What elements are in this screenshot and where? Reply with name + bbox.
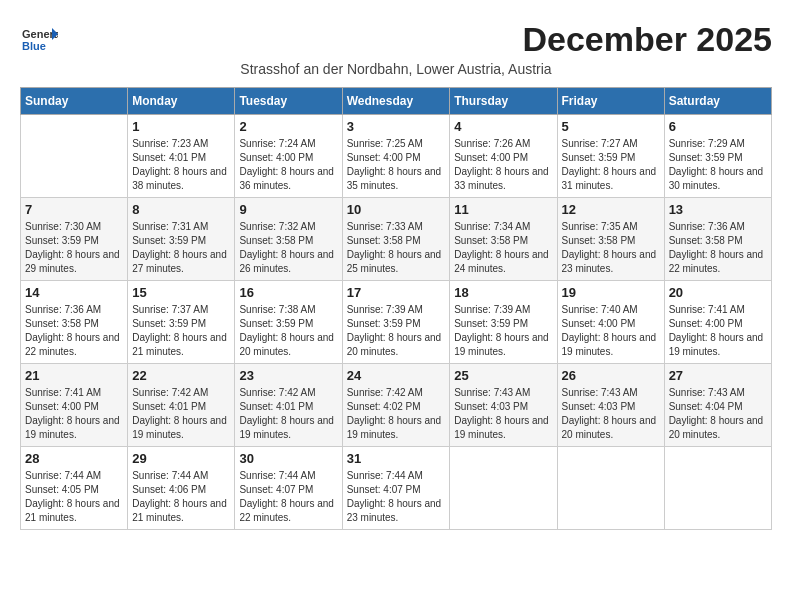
calendar-cell: 24 Sunrise: 7:42 AMSunset: 4:02 PMDaylig… (342, 364, 450, 447)
day-number: 5 (562, 119, 660, 134)
day-number: 4 (454, 119, 552, 134)
calendar-cell: 31 Sunrise: 7:44 AMSunset: 4:07 PMDaylig… (342, 447, 450, 530)
calendar-cell: 19 Sunrise: 7:40 AMSunset: 4:00 PMDaylig… (557, 281, 664, 364)
day-info: Sunrise: 7:44 AMSunset: 4:07 PMDaylight:… (347, 469, 446, 525)
calendar-cell: 5 Sunrise: 7:27 AMSunset: 3:59 PMDayligh… (557, 115, 664, 198)
calendar-cell: 28 Sunrise: 7:44 AMSunset: 4:05 PMDaylig… (21, 447, 128, 530)
calendar-cell: 18 Sunrise: 7:39 AMSunset: 3:59 PMDaylig… (450, 281, 557, 364)
calendar-table: Sunday Monday Tuesday Wednesday Thursday… (20, 87, 772, 530)
calendar-cell: 26 Sunrise: 7:43 AMSunset: 4:03 PMDaylig… (557, 364, 664, 447)
day-info: Sunrise: 7:42 AMSunset: 4:01 PMDaylight:… (132, 386, 230, 442)
day-info: Sunrise: 7:43 AMSunset: 4:03 PMDaylight:… (454, 386, 552, 442)
day-info: Sunrise: 7:25 AMSunset: 4:00 PMDaylight:… (347, 137, 446, 193)
day-number: 19 (562, 285, 660, 300)
day-info: Sunrise: 7:24 AMSunset: 4:00 PMDaylight:… (239, 137, 337, 193)
day-number: 17 (347, 285, 446, 300)
col-thursday: Thursday (450, 88, 557, 115)
day-number: 12 (562, 202, 660, 217)
calendar-cell: 7 Sunrise: 7:30 AMSunset: 3:59 PMDayligh… (21, 198, 128, 281)
calendar-cell: 9 Sunrise: 7:32 AMSunset: 3:58 PMDayligh… (235, 198, 342, 281)
logo: General Blue (20, 20, 58, 58)
calendar-cell (664, 447, 771, 530)
calendar-cell: 29 Sunrise: 7:44 AMSunset: 4:06 PMDaylig… (128, 447, 235, 530)
day-info: Sunrise: 7:23 AMSunset: 4:01 PMDaylight:… (132, 137, 230, 193)
calendar-cell: 30 Sunrise: 7:44 AMSunset: 4:07 PMDaylig… (235, 447, 342, 530)
day-info: Sunrise: 7:41 AMSunset: 4:00 PMDaylight:… (669, 303, 767, 359)
col-tuesday: Tuesday (235, 88, 342, 115)
day-number: 7 (25, 202, 123, 217)
month-title: December 2025 (522, 20, 772, 59)
svg-text:Blue: Blue (22, 40, 46, 52)
calendar-cell: 21 Sunrise: 7:41 AMSunset: 4:00 PMDaylig… (21, 364, 128, 447)
calendar-cell: 14 Sunrise: 7:36 AMSunset: 3:58 PMDaylig… (21, 281, 128, 364)
calendar-cell: 23 Sunrise: 7:42 AMSunset: 4:01 PMDaylig… (235, 364, 342, 447)
col-wednesday: Wednesday (342, 88, 450, 115)
calendar-cell: 8 Sunrise: 7:31 AMSunset: 3:59 PMDayligh… (128, 198, 235, 281)
calendar-cell: 10 Sunrise: 7:33 AMSunset: 3:58 PMDaylig… (342, 198, 450, 281)
day-number: 13 (669, 202, 767, 217)
day-number: 16 (239, 285, 337, 300)
calendar-cell: 4 Sunrise: 7:26 AMSunset: 4:00 PMDayligh… (450, 115, 557, 198)
logo-icon: General Blue (20, 20, 58, 58)
day-info: Sunrise: 7:43 AMSunset: 4:04 PMDaylight:… (669, 386, 767, 442)
day-info: Sunrise: 7:42 AMSunset: 4:01 PMDaylight:… (239, 386, 337, 442)
calendar-cell: 16 Sunrise: 7:38 AMSunset: 3:59 PMDaylig… (235, 281, 342, 364)
day-number: 28 (25, 451, 123, 466)
calendar-cell: 15 Sunrise: 7:37 AMSunset: 3:59 PMDaylig… (128, 281, 235, 364)
day-info: Sunrise: 7:40 AMSunset: 4:00 PMDaylight:… (562, 303, 660, 359)
calendar-cell: 3 Sunrise: 7:25 AMSunset: 4:00 PMDayligh… (342, 115, 450, 198)
day-number: 9 (239, 202, 337, 217)
day-info: Sunrise: 7:30 AMSunset: 3:59 PMDaylight:… (25, 220, 123, 276)
day-number: 10 (347, 202, 446, 217)
day-info: Sunrise: 7:27 AMSunset: 3:59 PMDaylight:… (562, 137, 660, 193)
col-saturday: Saturday (664, 88, 771, 115)
day-info: Sunrise: 7:44 AMSunset: 4:06 PMDaylight:… (132, 469, 230, 525)
calendar-cell: 27 Sunrise: 7:43 AMSunset: 4:04 PMDaylig… (664, 364, 771, 447)
day-info: Sunrise: 7:44 AMSunset: 4:07 PMDaylight:… (239, 469, 337, 525)
day-info: Sunrise: 7:26 AMSunset: 4:00 PMDaylight:… (454, 137, 552, 193)
day-info: Sunrise: 7:31 AMSunset: 3:59 PMDaylight:… (132, 220, 230, 276)
day-info: Sunrise: 7:34 AMSunset: 3:58 PMDaylight:… (454, 220, 552, 276)
day-info: Sunrise: 7:35 AMSunset: 3:58 PMDaylight:… (562, 220, 660, 276)
calendar-cell: 2 Sunrise: 7:24 AMSunset: 4:00 PMDayligh… (235, 115, 342, 198)
calendar-cell: 11 Sunrise: 7:34 AMSunset: 3:58 PMDaylig… (450, 198, 557, 281)
day-number: 20 (669, 285, 767, 300)
day-number: 14 (25, 285, 123, 300)
day-info: Sunrise: 7:37 AMSunset: 3:59 PMDaylight:… (132, 303, 230, 359)
day-number: 18 (454, 285, 552, 300)
calendar-cell (557, 447, 664, 530)
day-info: Sunrise: 7:36 AMSunset: 3:58 PMDaylight:… (25, 303, 123, 359)
day-number: 27 (669, 368, 767, 383)
day-info: Sunrise: 7:36 AMSunset: 3:58 PMDaylight:… (669, 220, 767, 276)
day-info: Sunrise: 7:43 AMSunset: 4:03 PMDaylight:… (562, 386, 660, 442)
day-number: 29 (132, 451, 230, 466)
calendar-cell: 22 Sunrise: 7:42 AMSunset: 4:01 PMDaylig… (128, 364, 235, 447)
day-number: 15 (132, 285, 230, 300)
day-number: 6 (669, 119, 767, 134)
day-number: 2 (239, 119, 337, 134)
location-subtitle: Strasshof an der Nordbahn, Lower Austria… (20, 61, 772, 77)
day-number: 22 (132, 368, 230, 383)
calendar-cell: 1 Sunrise: 7:23 AMSunset: 4:01 PMDayligh… (128, 115, 235, 198)
day-number: 31 (347, 451, 446, 466)
day-info: Sunrise: 7:39 AMSunset: 3:59 PMDaylight:… (454, 303, 552, 359)
day-number: 26 (562, 368, 660, 383)
day-number: 25 (454, 368, 552, 383)
day-info: Sunrise: 7:29 AMSunset: 3:59 PMDaylight:… (669, 137, 767, 193)
col-monday: Monday (128, 88, 235, 115)
day-number: 1 (132, 119, 230, 134)
day-number: 8 (132, 202, 230, 217)
day-number: 21 (25, 368, 123, 383)
day-info: Sunrise: 7:38 AMSunset: 3:59 PMDaylight:… (239, 303, 337, 359)
calendar-cell (21, 115, 128, 198)
col-sunday: Sunday (21, 88, 128, 115)
day-info: Sunrise: 7:33 AMSunset: 3:58 PMDaylight:… (347, 220, 446, 276)
calendar-cell: 12 Sunrise: 7:35 AMSunset: 3:58 PMDaylig… (557, 198, 664, 281)
calendar-cell: 6 Sunrise: 7:29 AMSunset: 3:59 PMDayligh… (664, 115, 771, 198)
calendar-cell (450, 447, 557, 530)
day-info: Sunrise: 7:32 AMSunset: 3:58 PMDaylight:… (239, 220, 337, 276)
day-number: 11 (454, 202, 552, 217)
day-number: 3 (347, 119, 446, 134)
calendar-cell: 13 Sunrise: 7:36 AMSunset: 3:58 PMDaylig… (664, 198, 771, 281)
day-number: 24 (347, 368, 446, 383)
